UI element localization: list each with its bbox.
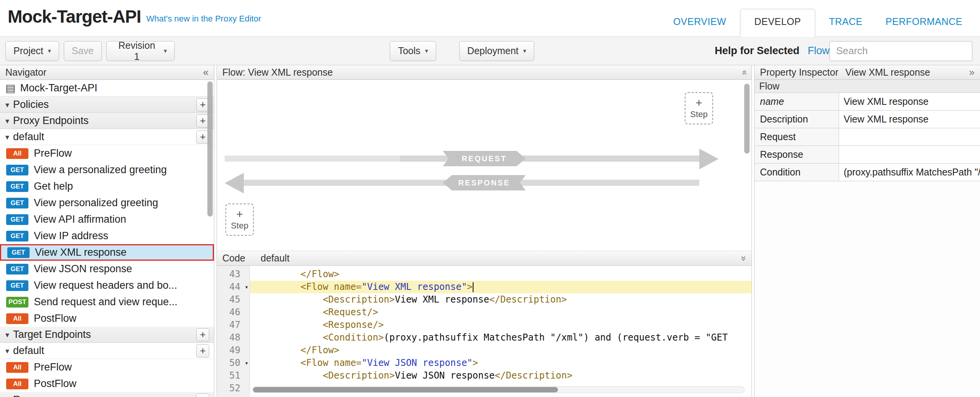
navigator-scrollbar[interactable] [207, 81, 213, 217]
tools-dropdown[interactable]: Tools ▾ [390, 41, 436, 61]
add-request-step-button[interactable]: + Step [685, 92, 713, 124]
method-badge: GET [6, 231, 28, 242]
method-badge: GET [6, 181, 28, 192]
flow-label: View API affirmation [34, 213, 126, 225]
navigator-section-target-endpoints[interactable]: ▾Target Endpoints+ [0, 327, 214, 343]
line-number: 45 [217, 293, 250, 306]
revision-dropdown[interactable]: Revision 1 ▾ [106, 41, 175, 61]
code-panel-header: Code default » [217, 251, 752, 266]
disclosure-icon[interactable]: ▾ [5, 132, 9, 142]
property-row-description: DescriptionView XML response [755, 111, 980, 128]
section-label: default [13, 131, 44, 143]
text-cursor [473, 282, 473, 292]
save-button[interactable]: Save [64, 41, 102, 61]
search-input[interactable] [829, 41, 972, 61]
navigator-flow-send-request-and-view-reque[interactable]: POSTSend request and view reque... [0, 294, 214, 310]
navigator-flow-view-request-headers-and-bo[interactable]: GETView request headers and bo... [0, 277, 214, 294]
property-label: Request [755, 128, 839, 146]
add-button[interactable]: + [196, 328, 209, 341]
fold-icon[interactable]: ▾ [245, 281, 248, 293]
bundle-icon: ▤ [5, 82, 15, 94]
code-tab-default[interactable]: default [261, 253, 290, 264]
code-line-content: <Condition>(proxy.pathsuffix MatchesPath… [250, 331, 752, 344]
project-dropdown[interactable]: Project ▾ [5, 41, 59, 61]
navigator-root-item[interactable]: ▤ Mock-Target-API [0, 80, 214, 97]
code-panel-title: Code [222, 253, 245, 264]
navigator-flow-view-personalized-greeting[interactable]: GETView personalized greeting [0, 195, 214, 211]
navigator-section-policies[interactable]: ▾Policies+ [0, 97, 214, 113]
fold-icon[interactable]: ▾ [245, 357, 248, 369]
section-label: default [13, 345, 44, 357]
line-number: 50▾ [217, 357, 250, 369]
navigator-flow-view-json-response[interactable]: GETView JSON response [0, 261, 214, 277]
disclosure-icon[interactable]: ▾ [5, 100, 9, 109]
main-content: Navigator « ▤ Mock-Target-API ▾Policies+… [0, 65, 980, 397]
flow-panel-header: Flow: View XML response » [217, 65, 752, 80]
method-badge: GET [6, 198, 28, 208]
add-button[interactable]: + [196, 394, 209, 397]
flow-label: View XML response [35, 246, 127, 258]
expand-code-panel-icon[interactable]: » [738, 256, 749, 261]
flow-label: Get help [34, 180, 73, 192]
navigator-flow-postflow[interactable]: AllPostFlow [0, 375, 214, 392]
navigator-section-proxy-endpoints[interactable]: ▾Proxy Endpoints+ [0, 113, 214, 129]
add-response-step-button[interactable]: + Step [225, 203, 254, 236]
navigator-flow-get-help[interactable]: GETGet help [0, 178, 214, 195]
navigator-flow-view-xml-response[interactable]: GETView XML response [0, 244, 214, 261]
disclosure-icon[interactable]: ▾ [5, 330, 9, 339]
line-number: 49 [217, 344, 250, 357]
apigee-proxy-editor: Mock-Target-API What's new in the Proxy … [0, 0, 980, 397]
property-value[interactable]: View XML response [839, 111, 980, 128]
code-line-content: <Flow name="View XML response"> [250, 281, 752, 293]
tab-trace[interactable]: TRACE [818, 16, 874, 36]
navigator-flow-preflow[interactable]: AllPreFlow [0, 145, 214, 162]
navigator-flow-view-api-affirmation[interactable]: GETView API affirmation [0, 211, 214, 228]
tab-overview[interactable]: OVERVIEW [662, 16, 738, 36]
line-number: 47 [217, 319, 250, 331]
tab-performance[interactable]: PERFORMANCE [874, 16, 974, 36]
caret-down-icon: ▾ [48, 47, 51, 55]
expand-inspector-icon[interactable]: » [969, 66, 975, 78]
property-inspector-subtitle: View XML response [845, 67, 930, 78]
disclosure-icon[interactable]: ▾ [5, 346, 9, 356]
collapse-flow-panel-icon[interactable]: » [738, 70, 749, 75]
property-inspector-title: Property Inspector [760, 67, 838, 78]
flow-label: View request headers and bo... [34, 280, 177, 291]
flow-label: View IP address [34, 230, 108, 242]
caret-down-icon: ▾ [523, 47, 526, 55]
code-editor[interactable]: 43 </Flow>44▾ <Flow name="View XML respo… [217, 266, 752, 397]
scrollbar-thumb[interactable] [253, 387, 558, 392]
navigator-group-default[interactable]: ▾default+ [0, 129, 214, 145]
code-line: 50▾ <Flow name="View JSON response"> [217, 357, 752, 369]
property-value[interactable]: (proxy.pathsuffix MatchesPath "/x [839, 164, 980, 181]
disclosure-icon[interactable]: ▾ [5, 395, 9, 397]
navigator-flow-preflow[interactable]: AllPreFlow [0, 359, 214, 375]
deployment-dropdown[interactable]: Deployment ▾ [459, 41, 534, 61]
code-line: 44▾ <Flow name="View XML response"> [217, 281, 752, 293]
flow-diagram-scrollbar[interactable] [744, 84, 750, 154]
navigator-section-resources[interactable]: ▾Resources+ [0, 392, 214, 397]
property-value[interactable]: View XML response [839, 93, 980, 110]
property-value[interactable] [839, 146, 980, 163]
code-horizontal-scrollbar[interactable] [252, 386, 745, 393]
navigator-flow-postflow[interactable]: AllPostFlow [0, 310, 214, 327]
project-dropdown-label: Project [13, 45, 43, 56]
line-number: 48 [217, 331, 250, 344]
whats-new-link[interactable]: What's new in the Proxy Editor [146, 14, 261, 24]
property-value[interactable] [839, 128, 980, 146]
navigator-title: Navigator [5, 67, 46, 78]
navigator-group-default[interactable]: ▾default+ [0, 343, 214, 359]
navigator-panel: Navigator « ▤ Mock-Target-API ▾Policies+… [0, 65, 214, 397]
code-line: 45 <Description>View XML response</Descr… [217, 293, 752, 306]
navigator-flow-view-ip-address[interactable]: GETView IP address [0, 228, 214, 244]
help-flow-link[interactable]: Flow [808, 45, 829, 56]
plus-icon: + [695, 97, 702, 109]
section-label: Resources [13, 394, 63, 397]
tab-develop[interactable]: DEVELOP [740, 9, 815, 37]
code-line-content: <Request/> [250, 306, 752, 319]
navigator-flow-view-a-personalized-greeting[interactable]: GETView a personalized greeting [0, 162, 214, 178]
collapse-navigator-icon[interactable]: « [203, 66, 209, 78]
caret-down-icon: ▾ [425, 47, 428, 55]
disclosure-icon[interactable]: ▾ [5, 116, 9, 126]
add-button[interactable]: + [196, 344, 209, 357]
